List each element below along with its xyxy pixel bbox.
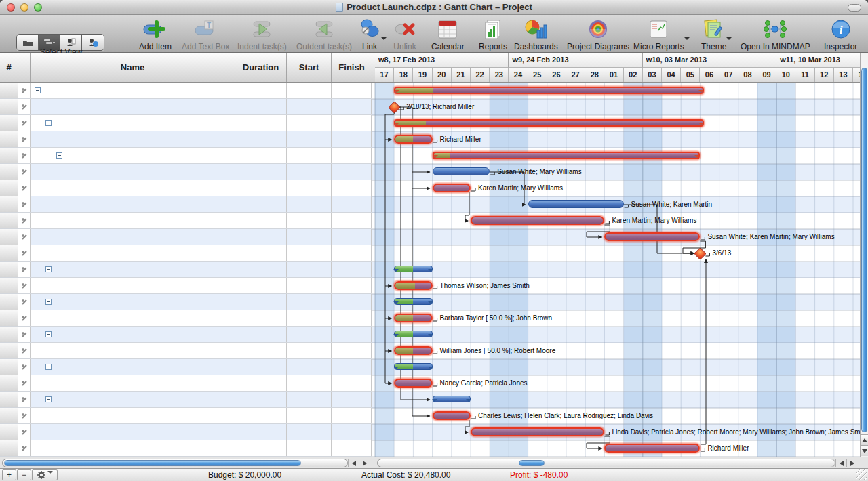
finish-cell[interactable] bbox=[332, 408, 372, 423]
inspector-button[interactable]: iInspector bbox=[824, 17, 857, 51]
start-cell[interactable] bbox=[287, 229, 332, 245]
collapse-icon[interactable] bbox=[35, 87, 41, 93]
finish-cell[interactable] bbox=[332, 375, 372, 391]
row-wand-cell[interactable] bbox=[18, 310, 31, 326]
table-row[interactable] bbox=[0, 294, 372, 310]
vertical-scrollbar-thumb[interactable] bbox=[861, 68, 867, 432]
task-critical-bar[interactable] bbox=[394, 314, 432, 322]
summary-plain-bar[interactable] bbox=[394, 266, 432, 272]
finish-cell[interactable] bbox=[332, 262, 372, 277]
vertical-scrollbar[interactable] bbox=[860, 53, 868, 457]
reports-button[interactable]: Reports bbox=[479, 17, 507, 51]
task-critical-bar[interactable] bbox=[394, 281, 432, 290]
start-cell[interactable] bbox=[287, 262, 332, 277]
duration-cell[interactable] bbox=[235, 310, 287, 326]
unlink-button[interactable]: Unlink bbox=[393, 17, 416, 51]
table-row[interactable] bbox=[0, 83, 372, 99]
row-number[interactable] bbox=[0, 213, 18, 228]
start-cell[interactable] bbox=[287, 164, 332, 180]
row-wand-cell[interactable] bbox=[18, 440, 31, 456]
duration-cell[interactable] bbox=[235, 375, 287, 391]
task-name-cell[interactable] bbox=[31, 196, 235, 212]
row-wand-cell[interactable] bbox=[18, 294, 31, 310]
table-hscrollbar[interactable] bbox=[2, 459, 348, 467]
table-row[interactable] bbox=[0, 99, 372, 115]
row-number[interactable] bbox=[0, 327, 18, 342]
duration-cell[interactable] bbox=[235, 83, 287, 98]
task-name-cell[interactable] bbox=[31, 294, 235, 310]
duration-cell[interactable] bbox=[235, 148, 287, 163]
start-cell[interactable] bbox=[287, 196, 332, 212]
row-number[interactable] bbox=[0, 115, 18, 131]
row-number[interactable] bbox=[0, 310, 18, 326]
window-resize-grip[interactable] bbox=[856, 469, 867, 480]
task-name-cell[interactable] bbox=[31, 440, 235, 456]
collapse-icon[interactable] bbox=[56, 152, 62, 159]
table-row[interactable] bbox=[0, 424, 372, 440]
row-wand-cell[interactable] bbox=[18, 278, 31, 293]
row-wand-cell[interactable] bbox=[18, 229, 31, 245]
table-row[interactable] bbox=[0, 245, 372, 262]
collapse-icon[interactable] bbox=[45, 120, 52, 126]
table-row[interactable] bbox=[0, 392, 372, 408]
finish-cell[interactable] bbox=[332, 115, 372, 131]
table-row[interactable] bbox=[0, 278, 372, 294]
outdent-tasks-button[interactable]: Outdent task(s) bbox=[296, 17, 352, 51]
finish-cell[interactable] bbox=[332, 148, 372, 163]
row-wand-cell[interactable] bbox=[18, 359, 31, 375]
table-scroll-right-button[interactable] bbox=[359, 459, 370, 467]
task-name-cell[interactable] bbox=[31, 408, 235, 423]
start-cell[interactable] bbox=[287, 375, 332, 391]
table-row[interactable] bbox=[0, 327, 372, 343]
collapse-icon[interactable] bbox=[45, 331, 52, 337]
summary-critical-bar[interactable] bbox=[394, 119, 704, 127]
task-critical-bar[interactable] bbox=[394, 379, 432, 388]
table-row[interactable] bbox=[0, 164, 372, 180]
calendar-button[interactable]: Calendar bbox=[431, 17, 465, 51]
row-number[interactable] bbox=[0, 359, 18, 375]
duration-cell[interactable] bbox=[235, 440, 287, 456]
start-cell[interactable] bbox=[287, 83, 332, 98]
duration-cell[interactable] bbox=[235, 115, 287, 131]
col-header-duration[interactable]: Duration bbox=[235, 53, 287, 82]
row-wand-cell[interactable] bbox=[18, 343, 31, 358]
col-header-num[interactable]: # bbox=[0, 53, 18, 82]
gantt-hscrollbar[interactable] bbox=[377, 459, 835, 467]
task-critical-bar[interactable] bbox=[604, 444, 700, 453]
finish-cell[interactable] bbox=[332, 359, 372, 375]
table-row[interactable] bbox=[0, 115, 372, 131]
summary-plain-bar[interactable] bbox=[394, 363, 432, 370]
row-wand-cell[interactable] bbox=[18, 424, 31, 440]
row-number[interactable] bbox=[0, 424, 18, 440]
duration-cell[interactable] bbox=[235, 213, 287, 228]
task-critical-bar[interactable] bbox=[433, 411, 471, 420]
task-critical-bar[interactable] bbox=[433, 184, 471, 192]
finish-cell[interactable] bbox=[332, 294, 372, 310]
row-number[interactable] bbox=[0, 375, 18, 391]
start-cell[interactable] bbox=[287, 440, 332, 456]
gantt-scroll-left-button[interactable] bbox=[835, 459, 846, 467]
row-wand-cell[interactable] bbox=[18, 262, 31, 277]
finish-cell[interactable] bbox=[332, 83, 372, 98]
duration-cell[interactable] bbox=[235, 245, 287, 261]
start-cell[interactable] bbox=[287, 245, 332, 261]
task-name-cell[interactable] bbox=[31, 229, 235, 245]
start-cell[interactable] bbox=[287, 310, 332, 326]
row-number[interactable] bbox=[0, 278, 18, 293]
actions-gear-button[interactable] bbox=[32, 469, 58, 480]
table-row[interactable] bbox=[0, 229, 372, 245]
scroll-up-button[interactable] bbox=[861, 434, 868, 445]
finish-cell[interactable] bbox=[332, 196, 372, 212]
task-name-cell[interactable] bbox=[31, 131, 235, 147]
task-name-cell[interactable] bbox=[31, 180, 235, 196]
row-number[interactable] bbox=[0, 180, 18, 196]
start-cell[interactable] bbox=[287, 278, 332, 293]
row-wand-cell[interactable] bbox=[18, 148, 31, 163]
row-wand-cell[interactable] bbox=[18, 83, 31, 98]
task-name-cell[interactable] bbox=[31, 310, 235, 326]
table-row[interactable] bbox=[0, 359, 372, 375]
task-name-cell[interactable] bbox=[31, 115, 235, 131]
summary-plain-bar[interactable] bbox=[394, 331, 432, 337]
row-number[interactable] bbox=[0, 131, 18, 147]
micro-reports-button[interactable]: Micro Reports bbox=[633, 17, 684, 51]
